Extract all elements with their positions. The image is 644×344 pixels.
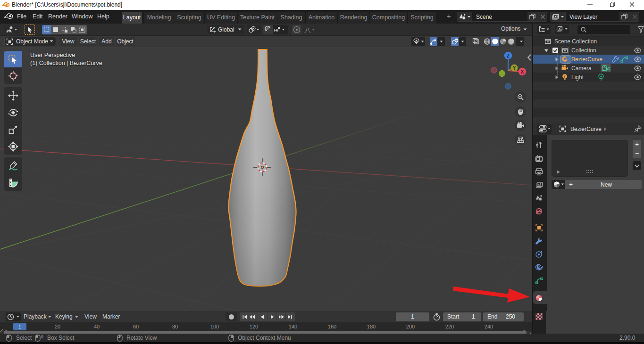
svg-text:X: X — [521, 69, 524, 74]
svg-text:Y: Y — [513, 66, 516, 71]
svg-text:Z: Z — [507, 53, 510, 58]
